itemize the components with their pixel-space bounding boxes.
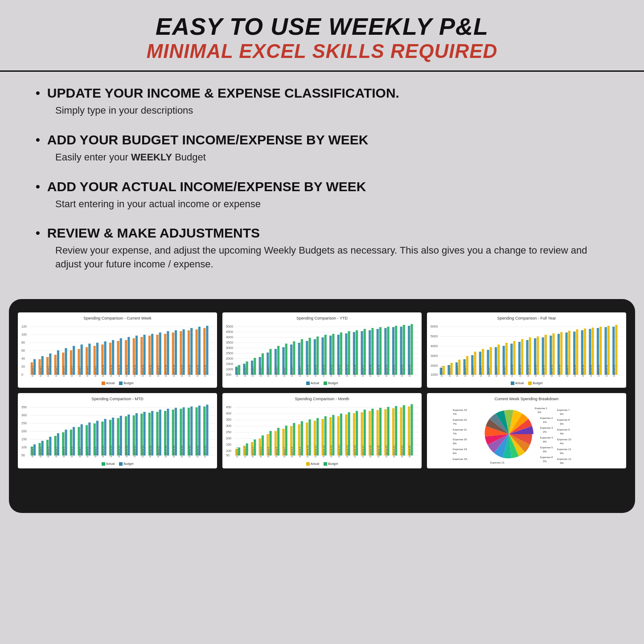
svg-text:3%: 3% <box>560 413 564 415</box>
svg-text:Expense 1: Expense 1 <box>535 407 548 410</box>
svg-text:4%: 4% <box>560 462 564 464</box>
svg-text:Expense 15: Expense 15 <box>345 446 348 458</box>
bullet-title-3: ADD YOUR ACTUAL INCOME/EXPENSE BY WEEK <box>47 179 366 195</box>
svg-text:Expense 14: Expense 14 <box>542 365 545 377</box>
bullet-body-1: Simply type in your descriptions <box>55 104 608 118</box>
svg-text:20: 20 <box>21 365 25 369</box>
svg-text:Expense 2: Expense 2 <box>39 366 42 377</box>
svg-text:2000: 2000 <box>431 364 438 368</box>
svg-text:Expense 8: Expense 8 <box>557 418 570 421</box>
svg-text:Expense 3: Expense 3 <box>251 447 254 457</box>
svg-text:Expense 13: Expense 13 <box>330 365 332 377</box>
svg-text:Expense 8: Expense 8 <box>86 447 89 457</box>
svg-text:Expense 17: Expense 17 <box>157 365 160 377</box>
chart-title-full-year: Spending Comparison - Full Year <box>430 316 623 320</box>
svg-text:Expense 22: Expense 22 <box>453 418 467 421</box>
svg-text:Expense 9: Expense 9 <box>299 447 301 457</box>
bullet-classification: • UPDATE YOUR INCOME & EXPENSE CLASSIFIC… <box>36 85 608 118</box>
svg-text:6000: 6000 <box>431 325 438 328</box>
svg-text:Expense 14: Expense 14 <box>133 365 136 377</box>
svg-text:3%: 3% <box>543 450 547 453</box>
bullet-dot-3: • <box>36 180 40 194</box>
svg-text:4%: 4% <box>560 442 564 445</box>
svg-text:Expense 15: Expense 15 <box>141 446 144 458</box>
svg-text:Expense 7: Expense 7 <box>283 447 286 457</box>
svg-text:Expense 12: Expense 12 <box>557 458 571 460</box>
svg-text:250: 250 <box>226 431 231 434</box>
svg-text:Expense 19: Expense 19 <box>582 365 584 377</box>
svg-text:Expense 18: Expense 18 <box>369 446 372 458</box>
svg-text:Expense 14: Expense 14 <box>133 446 136 458</box>
svg-text:Expense 7: Expense 7 <box>78 447 81 457</box>
svg-text:Expense 20: Expense 20 <box>385 365 387 377</box>
svg-text:Expense 7: Expense 7 <box>488 366 490 377</box>
chart-svg-month: 450 400 350 300 250 200 150 100 50 <box>225 403 419 461</box>
svg-text:Expense 1: Expense 1 <box>31 366 34 377</box>
chart-svg-full-year: 6000 5000 4000 3000 2000 1000 <box>430 322 623 380</box>
svg-text:350: 350 <box>226 418 231 422</box>
bullet-dot-4: • <box>36 226 40 240</box>
bullet-title-4: REVIEW & MAKE ADJUSTMENTS <box>47 225 260 241</box>
header: EASY TO USE WEEKLY P&L MINIMAL EXCEL SKI… <box>0 0 644 72</box>
svg-text:300: 300 <box>21 414 27 417</box>
svg-text:Expense 19: Expense 19 <box>377 365 380 377</box>
svg-text:Expense 11: Expense 11 <box>314 446 317 458</box>
svg-text:Expense 23: Expense 23 <box>453 409 467 411</box>
svg-text:Expense 18: Expense 18 <box>164 365 167 377</box>
svg-text:1000: 1000 <box>431 373 438 377</box>
svg-text:Expense 2: Expense 2 <box>244 447 246 457</box>
svg-text:Expense 19: Expense 19 <box>172 446 175 458</box>
svg-text:200: 200 <box>21 430 27 433</box>
svg-text:Expense 4: Expense 4 <box>259 366 262 377</box>
svg-text:Expense 23: Expense 23 <box>204 365 206 377</box>
svg-text:Expense 2: Expense 2 <box>448 366 451 377</box>
svg-text:100: 100 <box>21 333 27 336</box>
svg-text:Expense 7: Expense 7 <box>78 366 81 377</box>
svg-text:Expense 12: Expense 12 <box>118 365 120 377</box>
bullet-title-2: ADD YOUR BUDGET INCOME/EXPENSE BY WEEK <box>47 132 369 148</box>
dashboard-grid: Spending Comparison - Current Week 120 1… <box>18 312 626 468</box>
svg-text:1500: 1500 <box>226 362 233 366</box>
svg-text:7%: 7% <box>453 422 457 425</box>
svg-text:Expense 21: Expense 21 <box>597 365 600 377</box>
svg-text:Expense 17: Expense 17 <box>566 365 569 377</box>
header-title-main: EASY TO USE WEEKLY P&L <box>18 12 626 40</box>
svg-text:4%: 4% <box>560 452 564 455</box>
chart-title-ytd: Spending Comparison - YTD <box>225 316 419 320</box>
svg-text:Expense 15: Expense 15 <box>345 365 348 377</box>
svg-text:Expense 17: Expense 17 <box>361 446 364 458</box>
svg-text:Expense 23: Expense 23 <box>408 365 411 377</box>
svg-text:Expense 10: Expense 10 <box>557 438 571 441</box>
svg-text:Expense 18: Expense 18 <box>574 365 576 377</box>
chart-current-week: Spending Comparison - Current Week 120 1… <box>18 312 217 388</box>
svg-text:400: 400 <box>226 412 231 415</box>
svg-text:Expense 13: Expense 13 <box>125 365 128 377</box>
svg-text:Expense 5: Expense 5 <box>267 447 270 457</box>
chart-legend-full-year: Actual Budget <box>430 381 623 385</box>
svg-text:Expense 17: Expense 17 <box>361 365 364 377</box>
svg-text:100: 100 <box>21 446 27 449</box>
chart-pie-breakdown: Current Week Spending Breakdown <box>427 393 626 468</box>
legend-actual-cw: Actual <box>106 381 115 385</box>
svg-text:Expense 23: Expense 23 <box>613 365 615 377</box>
chart-legend-ytd: Actual Budget <box>225 381 419 385</box>
svg-text:Expense 9: Expense 9 <box>503 366 506 377</box>
svg-text:5000: 5000 <box>431 335 438 338</box>
svg-text:Expense 8: Expense 8 <box>495 366 498 377</box>
svg-text:Expense 4: Expense 4 <box>464 366 467 377</box>
svg-text:Expense 20: Expense 20 <box>453 438 467 441</box>
chart-legend-current-week: Actual Budget <box>21 381 214 385</box>
svg-text:350: 350 <box>21 406 27 409</box>
svg-text:Expense 8: Expense 8 <box>86 366 89 377</box>
chart-month: Spending Comparison - Month 450 400 350 … <box>222 393 422 468</box>
svg-text:450: 450 <box>226 406 231 409</box>
svg-text:Expense 21: Expense 21 <box>393 446 395 458</box>
svg-text:Expense 1: Expense 1 <box>440 366 443 377</box>
svg-text:Expense 22: Expense 22 <box>401 365 403 377</box>
svg-text:Expense 9: Expense 9 <box>299 366 301 377</box>
svg-text:1%: 1% <box>543 421 547 423</box>
svg-text:Expense 2: Expense 2 <box>244 366 246 377</box>
svg-text:Expense 20: Expense 20 <box>180 365 183 377</box>
chart-title-current-week: Spending Comparison - Current Week <box>21 316 214 320</box>
svg-text:40: 40 <box>21 357 25 361</box>
